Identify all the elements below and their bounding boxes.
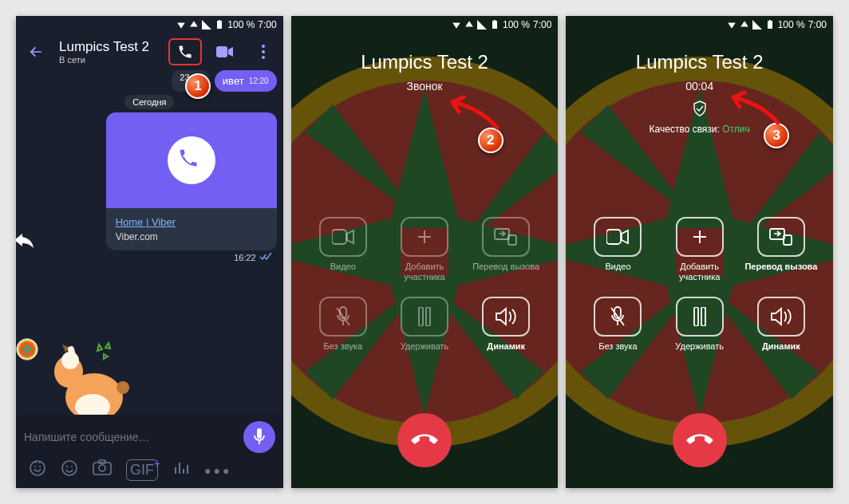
annotation-badge-2: 2 <box>478 128 503 153</box>
camera-icon[interactable] <box>93 459 112 481</box>
svg-rect-34 <box>426 307 430 326</box>
svg-rect-27 <box>492 21 497 29</box>
link-domain: Viber.com <box>116 231 267 242</box>
kebab-icon <box>262 45 265 59</box>
annotation-badge-1: 1 <box>185 73 211 99</box>
call-btn-hold[interactable]: Удерживать <box>384 297 465 352</box>
link-title[interactable]: Home | Viber <box>116 216 176 228</box>
svg-rect-37 <box>768 21 772 29</box>
svg-rect-15 <box>257 428 262 439</box>
svg-point-3 <box>262 45 265 48</box>
svg-point-19 <box>62 461 77 475</box>
transfer-icon <box>494 228 518 246</box>
sticker-picker-icon[interactable] <box>29 459 46 481</box>
call-btn-speaker[interactable]: Динамик <box>740 297 822 352</box>
battery-text: 100 % <box>227 19 255 30</box>
call-btn-transfer[interactable]: Перевод вызова <box>740 217 822 282</box>
speaker-icon <box>770 307 792 326</box>
svg-rect-33 <box>419 307 423 326</box>
cell-bars-icon <box>202 20 211 30</box>
call-content: Lumpics Test 2 Звонок 2 Видео Добавить у… <box>291 16 559 488</box>
transfer-icon <box>769 228 793 246</box>
status-bar: 100 % 7:00 <box>16 16 283 33</box>
attach-row: GIF+ ●●● <box>24 459 275 481</box>
encryption-shield-icon <box>693 100 707 119</box>
call-timer: 00:04 <box>685 80 713 93</box>
link-preview-card[interactable]: Home | Viber Viber.com <box>106 112 277 250</box>
svg-point-20 <box>66 466 68 467</box>
contact-name: Lumpics Test 2 <box>59 39 160 55</box>
back-button[interactable] <box>21 37 51 67</box>
viber-logo-icon <box>166 135 217 186</box>
svg-point-16 <box>30 461 45 475</box>
video-icon <box>606 229 629 245</box>
more-menu-button[interactable] <box>248 37 278 67</box>
sticker-message[interactable] <box>45 338 140 426</box>
call-btn-add[interactable]: Добавить участника <box>384 217 465 282</box>
phone-1-chat: 100 % 7:00 Lumpics Test 2 В сети 1 23.04… <box>16 16 283 488</box>
call-btn-speaker[interactable]: Динамик <box>465 297 547 352</box>
svg-point-18 <box>39 466 41 467</box>
battery-icon <box>215 20 224 30</box>
svg-rect-1 <box>219 20 220 21</box>
svg-point-23 <box>99 465 105 471</box>
svg-point-17 <box>34 466 36 467</box>
chat-title-area[interactable]: Lumpics Test 2 В сети <box>59 39 160 65</box>
phone-2-calling: 100 % 7:00 Lumpics Test 2 Звонок 2 Видео… <box>291 16 559 488</box>
call-content: Lumpics Test 2 00:04 Качество связи: Отл… <box>566 16 833 488</box>
clock-text: 7:00 <box>258 19 276 30</box>
plus-icon <box>690 227 709 246</box>
video-call-button[interactable] <box>210 37 240 67</box>
plus-icon <box>415 227 434 246</box>
svg-rect-43 <box>694 307 698 326</box>
phone-icon <box>177 44 193 60</box>
date-chip-today: Сегодня <box>124 95 174 109</box>
forward-icon[interactable] <box>16 234 34 253</box>
pause-icon <box>417 307 432 326</box>
more-icon[interactable]: ●●● <box>204 464 231 477</box>
call-btn-transfer[interactable]: Перевод вызова <box>465 217 547 282</box>
status-bar: 100 % 7:00 <box>566 16 833 33</box>
call-btn-mute[interactable]: Без звука <box>577 297 658 352</box>
sender-avatar[interactable] <box>16 338 38 360</box>
call-btn-hold[interactable]: Удерживать <box>659 297 740 352</box>
hangup-button[interactable] <box>397 413 452 467</box>
status-bar: 100 % 7:00 <box>291 16 559 33</box>
hangup-button[interactable] <box>673 413 727 467</box>
svg-rect-39 <box>606 230 621 244</box>
call-btn-video[interactable]: Видео <box>302 217 384 282</box>
back-arrow-icon <box>28 44 44 60</box>
call-contact-name: Lumpics Test 2 <box>361 51 488 73</box>
compose-bar: GIF+ ●●● <box>16 415 283 488</box>
voice-message-button[interactable] <box>243 421 275 453</box>
mic-off-icon <box>335 306 351 327</box>
call-btn-mute[interactable]: Без звука <box>302 297 384 352</box>
chat-body[interactable]: 23.04 ивет 12:20 Сегодня Home | Viber Vi… <box>16 70 283 415</box>
hangup-icon <box>406 422 442 458</box>
call-buttons-grid: Видео Добавить участника Перевод вызова … <box>566 217 833 352</box>
call-btn-video[interactable]: Видео <box>577 217 658 282</box>
signal-down-icon <box>176 20 186 30</box>
gif-icon[interactable]: GIF+ <box>126 459 158 481</box>
svg-rect-28 <box>494 20 496 21</box>
voice-call-button[interactable] <box>168 38 202 65</box>
message-input[interactable] <box>24 431 235 443</box>
signal-up-icon <box>189 20 199 30</box>
annotation-arrow-2 <box>443 94 499 131</box>
pause-icon <box>693 307 707 326</box>
video-icon <box>216 45 234 58</box>
call-btn-add[interactable]: Добавить участника <box>659 217 740 282</box>
svg-point-5 <box>262 56 265 59</box>
poll-icon[interactable] <box>172 459 190 481</box>
annotation-badge-3: 3 <box>764 123 789 148</box>
mic-icon <box>252 428 267 446</box>
svg-rect-29 <box>332 230 346 244</box>
svg-point-4 <box>262 50 265 53</box>
chat-header: Lumpics Test 2 В сети <box>16 33 283 70</box>
link-timestamp: 16:22 <box>234 253 256 262</box>
emoji-picker-icon[interactable] <box>61 459 78 481</box>
read-checks-icon <box>259 253 272 261</box>
message-bubble-1[interactable]: ивет 12:20 <box>215 70 277 92</box>
call-contact-name: Lumpics Test 2 <box>636 51 764 73</box>
presence-text: В сети <box>59 55 160 65</box>
